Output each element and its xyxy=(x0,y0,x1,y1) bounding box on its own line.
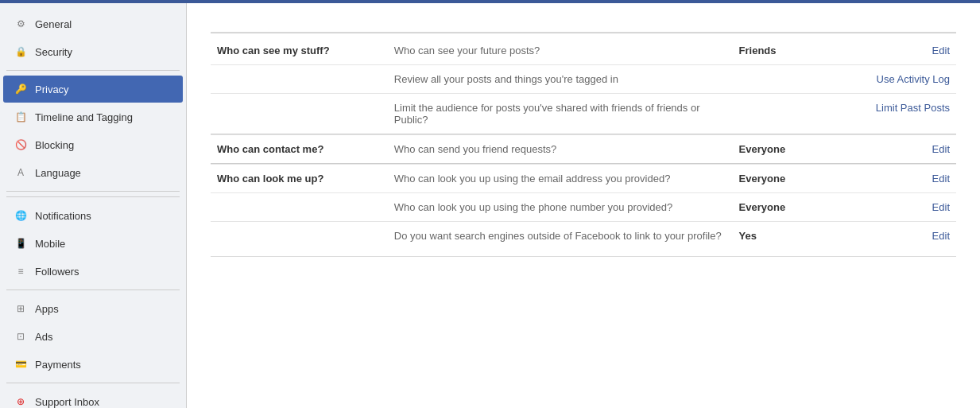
sidebar-label-general: General xyxy=(35,18,72,30)
sidebar-divider xyxy=(6,191,180,192)
settings-row: Who can see my stuff?Who can see your fu… xyxy=(211,33,956,65)
settings-row: Review all your posts and things you're … xyxy=(211,65,956,94)
row-value: Everyone xyxy=(733,165,845,193)
sidebar-label-blocking: Blocking xyxy=(35,139,74,151)
ads-icon: ⊡ xyxy=(13,328,29,344)
timeline-tagging-icon: 📋 xyxy=(13,109,29,125)
row-value xyxy=(733,94,845,134)
sidebar-label-followers: Followers xyxy=(35,266,79,278)
main-content: Who can see my stuff?Who can see your fu… xyxy=(187,3,980,408)
sidebar-item-support-inbox[interactable]: ⊕Support Inbox xyxy=(3,388,183,408)
sidebar-divider xyxy=(6,70,180,71)
security-icon: 🔒 xyxy=(13,44,29,60)
settings-row: Do you want search engines outside of Fa… xyxy=(211,222,956,251)
sidebar-item-apps[interactable]: ⊞Apps xyxy=(3,295,183,322)
section-header-see-my-stuff xyxy=(211,94,388,134)
row-action[interactable]: Edit xyxy=(844,33,956,65)
sidebar-item-security[interactable]: 🔒Security xyxy=(3,38,183,65)
row-action[interactable]: Edit xyxy=(844,135,956,164)
row-value: Everyone xyxy=(733,193,845,222)
sidebar-divider xyxy=(6,196,180,197)
settings-table: Who can see my stuff?Who can see your fu… xyxy=(211,33,956,250)
sidebar-label-payments: Payments xyxy=(35,359,81,371)
sidebar: ⚙General🔒Security🔑Privacy📋Timeline and T… xyxy=(0,3,187,408)
row-action[interactable]: Limit Past Posts xyxy=(844,94,956,134)
sidebar-label-apps: Apps xyxy=(35,303,59,315)
support-inbox-icon: ⊕ xyxy=(13,394,29,408)
blocking-icon: 🚫 xyxy=(13,137,29,153)
row-description: Limit the audience for posts you've shar… xyxy=(388,94,733,134)
sidebar-item-language[interactable]: ALanguage xyxy=(3,159,183,186)
row-description: Who can look you up using the email addr… xyxy=(388,165,733,193)
sidebar-label-timeline-tagging: Timeline and Tagging xyxy=(35,111,133,123)
general-icon: ⚙ xyxy=(13,16,29,32)
sidebar-item-general[interactable]: ⚙General xyxy=(3,10,183,37)
sidebar-label-notifications: Notifications xyxy=(35,210,91,222)
section-header-see-my-stuff xyxy=(211,65,388,94)
sidebar-item-ads[interactable]: ⊡Ads xyxy=(3,323,183,350)
section-header-contact-me: Who can contact me? xyxy=(211,135,388,164)
section-header-look-me-up: Who can look me up? xyxy=(211,165,388,193)
section-header-see-my-stuff: Who can see my stuff? xyxy=(211,33,388,65)
bottom-divider xyxy=(211,256,956,257)
sidebar-label-mobile: Mobile xyxy=(35,238,65,250)
sidebar-label-ads: Ads xyxy=(35,331,52,343)
row-description: Do you want search engines outside of Fa… xyxy=(388,222,733,251)
sidebar-label-support-inbox: Support Inbox xyxy=(35,396,99,408)
privacy-icon: 🔑 xyxy=(13,81,29,97)
payments-icon: 💳 xyxy=(13,356,29,372)
language-icon: A xyxy=(13,165,29,181)
sidebar-item-payments[interactable]: 💳Payments xyxy=(3,351,183,378)
row-description: Review all your posts and things you're … xyxy=(388,65,733,94)
section-header-look-me-up xyxy=(211,222,388,251)
row-description: Who can send you friend requests? xyxy=(388,135,733,164)
settings-row: Who can contact me?Who can send you frie… xyxy=(211,135,956,164)
row-description: Who can see your future posts? xyxy=(388,33,733,65)
row-action[interactable]: Edit xyxy=(844,165,956,193)
sidebar-label-language: Language xyxy=(35,167,81,179)
sidebar-item-blocking[interactable]: 🚫Blocking xyxy=(3,131,183,158)
row-value: Yes xyxy=(733,222,845,251)
sidebar-item-timeline-tagging[interactable]: 📋Timeline and Tagging xyxy=(3,103,183,130)
notifications-icon: 🌐 xyxy=(13,208,29,223)
layout: ⚙General🔒Security🔑Privacy📋Timeline and T… xyxy=(0,3,980,408)
row-description: Who can look you up using the phone numb… xyxy=(388,193,733,222)
mobile-icon: 📱 xyxy=(13,235,29,251)
sidebar-item-notifications[interactable]: 🌐Notifications xyxy=(3,202,183,229)
sidebar-label-privacy: Privacy xyxy=(35,84,69,95)
sidebar-label-security: Security xyxy=(35,46,72,58)
settings-row: Limit the audience for posts you've shar… xyxy=(211,94,956,134)
sidebar-item-mobile[interactable]: 📱Mobile xyxy=(3,230,183,257)
row-value xyxy=(733,65,845,94)
sidebar-item-privacy[interactable]: 🔑Privacy xyxy=(3,76,183,103)
apps-icon: ⊞ xyxy=(13,301,29,317)
row-action[interactable]: Edit xyxy=(844,222,956,251)
sidebar-divider xyxy=(6,289,180,290)
sidebar-item-followers[interactable]: ≡Followers xyxy=(3,258,183,285)
row-action[interactable]: Edit xyxy=(844,193,956,222)
row-action[interactable]: Use Activity Log xyxy=(844,65,956,94)
followers-icon: ≡ xyxy=(13,263,29,279)
sidebar-divider xyxy=(6,383,180,383)
settings-row: Who can look you up using the phone numb… xyxy=(211,193,956,222)
row-value: Friends xyxy=(733,33,845,65)
section-header-look-me-up xyxy=(211,193,388,222)
settings-row: Who can look me up?Who can look you up u… xyxy=(211,165,956,193)
row-value: Everyone xyxy=(733,135,845,164)
